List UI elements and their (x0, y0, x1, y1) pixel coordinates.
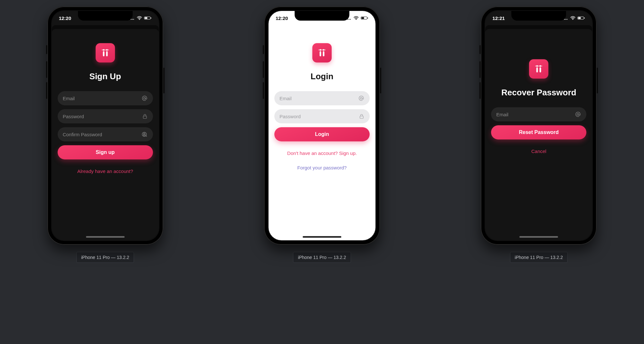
app-logo (529, 59, 548, 79)
lock-icon (359, 113, 365, 119)
svg-rect-12 (106, 51, 108, 56)
status-time: 12:21 (492, 15, 505, 21)
wifi-icon (570, 16, 575, 20)
email-placeholder: Email (496, 112, 575, 117)
wifi-icon (137, 16, 142, 20)
status-indicators (563, 16, 585, 20)
status-time: 12:20 (59, 15, 71, 21)
svg-point-21 (356, 19, 356, 20)
svg-rect-44 (540, 67, 541, 72)
phone-volume-up (46, 61, 47, 78)
svg-point-4 (139, 19, 140, 20)
battery-icon (144, 16, 152, 20)
svg-point-45 (577, 113, 579, 115)
svg-point-2 (132, 19, 132, 20)
notch (295, 11, 349, 21)
svg-point-34 (565, 19, 566, 20)
phone-volume-up (263, 61, 264, 78)
email-field[interactable]: Email (274, 91, 370, 105)
device-login: 12:20 (264, 6, 380, 263)
screen-login: 12:20 (269, 11, 375, 240)
password-field[interactable]: Password (58, 109, 153, 123)
signup-content: Sign Up Email Password C (52, 30, 159, 174)
home-indicator[interactable] (86, 236, 125, 238)
svg-rect-39 (584, 18, 585, 19)
at-icon (358, 95, 365, 101)
phone-volume-up (479, 61, 481, 78)
phone-frame: 12:20 (264, 6, 380, 245)
signup-button[interactable]: Sign up (58, 145, 153, 159)
page-title: Login (311, 72, 334, 81)
phone-mute-switch (46, 45, 47, 54)
phone-volume-down (479, 82, 481, 99)
device-recover: 12:21 (481, 6, 597, 263)
svg-rect-38 (578, 17, 581, 19)
svg-rect-29 (323, 51, 325, 56)
svg-rect-43 (536, 67, 538, 72)
screen-recover: 12:21 (485, 11, 592, 240)
svg-rect-28 (320, 51, 321, 56)
svg-rect-31 (360, 116, 364, 119)
device-caption: iPhone 11 Pro — 13.2.2 (293, 252, 351, 263)
app-logo (96, 43, 115, 62)
phone-mute-switch (263, 45, 264, 54)
email-field[interactable]: Email (491, 107, 586, 121)
svg-rect-14 (143, 116, 147, 119)
email-placeholder: Email (63, 96, 141, 101)
login-button[interactable]: Login (274, 127, 370, 141)
battery-icon (577, 16, 585, 20)
already-have-account-link[interactable]: Already have an account? (77, 168, 133, 174)
email-field[interactable]: Email (58, 91, 153, 105)
svg-point-19 (349, 19, 349, 20)
login-content: Login Email Password Login (269, 25, 375, 170)
phone-power-button (163, 68, 165, 93)
password-placeholder: Password (279, 114, 359, 119)
page-title: Recover Password (501, 88, 576, 98)
phone-power-button (597, 68, 598, 93)
phone-power-button (380, 68, 381, 93)
phone-frame: 12:20 (47, 6, 163, 245)
lock-check-icon (141, 131, 148, 138)
svg-rect-6 (145, 17, 147, 19)
svg-rect-7 (151, 18, 151, 19)
cancel-link[interactable]: Cancel (531, 148, 546, 154)
phone-frame: 12:21 (481, 6, 597, 245)
svg-rect-11 (103, 51, 104, 56)
svg-point-20 (350, 19, 351, 20)
status-time: 12:20 (276, 15, 288, 21)
password-placeholder: Password (63, 114, 142, 119)
notch (78, 11, 133, 21)
svg-point-3 (133, 19, 134, 20)
signup-link[interactable]: Don't have an account? Sign up. (287, 150, 357, 156)
email-placeholder: Email (279, 96, 358, 101)
svg-point-35 (567, 19, 567, 20)
recover-content: Recover Password Email Reset Password Ca… (485, 30, 592, 154)
confirm-password-field[interactable]: Confirm Password (58, 127, 153, 141)
battery-icon (361, 16, 368, 20)
home-indicator[interactable] (519, 236, 558, 238)
status-indicators (129, 16, 152, 20)
status-indicators (346, 16, 368, 20)
reset-password-button[interactable]: Reset Password (491, 125, 586, 139)
confirm-password-placeholder: Confirm Password (63, 132, 141, 137)
notch (511, 11, 566, 21)
password-field[interactable]: Password (274, 109, 370, 123)
phone-volume-down (46, 82, 47, 99)
device-caption: iPhone 11 Pro — 13.2.2 (76, 252, 134, 263)
wifi-icon (354, 16, 359, 20)
device-showcase: 12:20 (6, 6, 638, 263)
page-title: Sign Up (90, 72, 121, 81)
svg-rect-24 (367, 18, 368, 19)
svg-point-30 (360, 97, 362, 99)
at-icon (141, 95, 148, 101)
svg-point-13 (144, 97, 146, 99)
svg-rect-16 (143, 134, 145, 136)
phone-volume-down (263, 82, 264, 99)
home-indicator[interactable] (303, 236, 341, 238)
lock-icon (142, 113, 148, 119)
svg-point-36 (573, 19, 573, 20)
phone-mute-switch (479, 45, 481, 54)
device-signup: 12:20 (47, 6, 163, 263)
forgot-password-link[interactable]: Forgot your password? (297, 165, 346, 170)
at-icon (575, 111, 581, 118)
